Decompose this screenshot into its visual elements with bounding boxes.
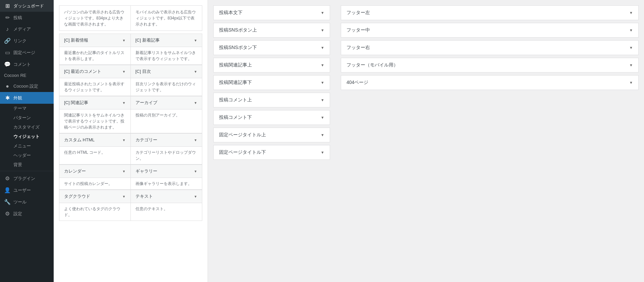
widget-col-right-4: ギャラリー ▼ 画像ギャラリーを表示します。 <box>131 164 203 190</box>
appearance-icon: ✱ <box>4 95 11 101</box>
right-areas-panel: フッター左 ▼ フッター中 ▼ フッター右 ▼ フッター（モバイル用） ▼ 40… <box>335 0 644 282</box>
cocoon-icon: ● <box>4 83 11 89</box>
sidebar-item-fixed-page[interactable]: ▭ 固定ページ <box>0 47 54 58</box>
widget-col-right-0: [C] 新着記事 ▼ 新着記事リストをサムネイルつきで表示するウィジェットです。 <box>131 34 203 65</box>
tool-icon: 🔧 <box>4 199 11 205</box>
fixed-page-icon: ▭ <box>4 49 11 56</box>
widget-row-3: カスタム HTML ▼ 任意の HTML コード。 カテゴリー ▼ カテゴリーリ… <box>59 133 202 164</box>
widget-col-right-3: カテゴリー ▼ カテゴリーリストやドロップダウン。 <box>131 133 203 164</box>
widget-col-left-3: カスタム HTML ▼ 任意の HTML コード。 <box>59 133 131 164</box>
area-post-sns-above[interactable]: 投稿SNSボタン上 ▼ <box>213 23 330 38</box>
sidebar-sub-header[interactable]: ヘッダー <box>0 151 54 160</box>
widget-col-right-1: [C] 目次 ▼ 目次リンクを表示するだけのウィジェットです。 <box>131 65 203 96</box>
widget-row-5: タグクラウド ▼ よく使われているタグのクラウド。 テキスト ▼ 任意のテキスト… <box>59 190 202 221</box>
widget-card-archive[interactable]: アーカイブ ▼ <box>131 96 202 109</box>
widget-card-new-info[interactable]: [C] 新着情報 ▼ <box>59 34 130 47</box>
widget-col-right-2: アーカイブ ▼ 投稿の月別アーカイブ。 <box>131 96 203 133</box>
area-post-body-below[interactable]: 投稿本文下 ▼ <box>213 5 330 20</box>
widget-col-left-4: カレンダー ▼ サイトの投稿カレンダー。 <box>59 164 131 190</box>
widget-col-left-1: [C] 最近のコメント ▼ 最近投稿されたコメントを表示するウィジェットです。 <box>59 65 131 96</box>
sidebar-item-appearance[interactable]: ✱ 外観 <box>0 92 54 104</box>
area-post-related-below[interactable]: 投稿関連記事下 ▼ <box>213 75 330 90</box>
link-icon: 🔗 <box>4 38 11 44</box>
sidebar-sub-widget[interactable]: ウィジェット <box>0 132 54 141</box>
widget-col-left-5: タグクラウド ▼ よく使われているタグのクラウド。 <box>59 190 131 221</box>
widget-card-recent-comments[interactable]: [C] 最近のコメント ▼ <box>59 65 130 78</box>
middle-areas-panel: 投稿本文下 ▼ 投稿SNSボタン上 ▼ 投稿SNSボタン下 ▼ 投稿関連記事上 … <box>208 0 335 282</box>
sidebar-item-dashboard[interactable]: ⊞ ダッシュボード <box>0 0 54 12</box>
sidebar-sub-menu[interactable]: メニュー <box>0 141 54 151</box>
sidebar-item-cocoon-settings[interactable]: ● Cocoon 設定 <box>0 81 54 92</box>
sidebar-item-post[interactable]: ✏ 投稿 <box>0 12 54 23</box>
area-post-comment-below[interactable]: 投稿コメント下 ▼ <box>213 110 330 125</box>
sidebar-item-plugin[interactable]: ⚙ プラグイン <box>0 173 54 184</box>
sidebar-item-link[interactable]: 🔗 リンク <box>0 35 54 47</box>
sidebar-item-tool[interactable]: 🔧 ツール <box>0 196 54 208</box>
user-icon: 👤 <box>4 187 11 193</box>
sidebar-divider-1 <box>0 171 54 171</box>
sidebar-item-media[interactable]: ♪ メディア <box>0 23 54 35</box>
area-fixed-page-title-above[interactable]: 固定ページタイトル上 ▼ <box>213 128 330 142</box>
sidebar-item-comment[interactable]: 💬 コメント <box>0 58 54 70</box>
widget-card-related[interactable]: [C] 関連記事 ▼ <box>59 96 130 109</box>
area-footer-right[interactable]: フッター右 ▼ <box>341 40 639 55</box>
sidebar-sub-pattern[interactable]: パターン <box>0 113 54 123</box>
sidebar-sub-background[interactable]: 背景 <box>0 160 54 170</box>
widget-row-0: [C] 新着情報 ▼ 最近書かれた記事のタイトルリストを表示します。 [C] 新… <box>59 34 202 65</box>
top-desc-left: パソコンのみで表示される広告ウィジェットです。834pxより大きな画面で表示され… <box>59 5 131 31</box>
area-404[interactable]: 404ページ ▼ <box>341 75 639 90</box>
sidebar-sub-customize[interactable]: カスタマイズ <box>0 123 54 132</box>
widget-row-4: カレンダー ▼ サイトの投稿カレンダー。 ギャラリー ▼ 画像ギャラリーを表示し… <box>59 164 202 190</box>
sidebar-sub-theme[interactable]: テーマ <box>0 104 54 113</box>
widget-card-text[interactable]: テキスト ▼ <box>131 190 202 203</box>
sidebar: ⊞ ダッシュボード ✏ 投稿 ♪ メディア 🔗 リンク ▭ 固定ページ 💬 コメ… <box>0 0 54 282</box>
dashboard-icon: ⊞ <box>4 3 11 9</box>
sidebar-item-user[interactable]: 👤 ユーザー <box>0 184 54 196</box>
post-icon: ✏ <box>4 14 11 21</box>
area-fixed-page-title-below[interactable]: 固定ページタイトル下 ▼ <box>213 145 330 160</box>
widgets-panel: パソコンのみで表示される広告ウィジェットです。834pxより大きな画面で表示され… <box>54 0 208 282</box>
area-post-related-above[interactable]: 投稿関連記事上 ▼ <box>213 58 330 73</box>
widget-card-gallery[interactable]: ギャラリー ▼ <box>131 165 202 178</box>
area-post-comment-above[interactable]: 投稿コメント上 ▼ <box>213 93 330 107</box>
widget-card-custom-html[interactable]: カスタム HTML ▼ <box>59 134 130 147</box>
widget-card-toc[interactable]: [C] 目次 ▼ <box>131 65 202 78</box>
widget-card-new-article[interactable]: [C] 新着記事 ▼ <box>131 34 202 47</box>
media-icon: ♪ <box>4 26 11 32</box>
widget-card-tagcloud[interactable]: タグクラウド ▼ <box>59 190 130 203</box>
widget-card-category[interactable]: カテゴリー ▼ <box>131 134 202 147</box>
widget-col-left-2: [C] 関連記事 ▼ 関連記事リストをサムネイルつきで表示するウィジェットです。… <box>59 96 131 133</box>
widget-card-calendar[interactable]: カレンダー ▼ <box>59 165 130 178</box>
sidebar-item-settings[interactable]: ⚙ 設定 <box>0 208 54 220</box>
widget-col-left-0: [C] 新着情報 ▼ 最近書かれた記事のタイトルリストを表示します。 <box>59 34 131 65</box>
area-footer-left[interactable]: フッター左 ▼ <box>341 5 639 20</box>
area-post-sns-below[interactable]: 投稿SNSボタン下 ▼ <box>213 40 330 55</box>
settings-icon: ⚙ <box>4 210 11 217</box>
top-desc-right: モバイルのみで表示される広告ウィジェットです。834px以下で表示されます。 <box>131 5 203 31</box>
cocoon-re-label: Cocoon RE <box>0 70 54 81</box>
plugin-icon: ⚙ <box>4 175 11 182</box>
main-content: パソコンのみで表示される広告ウィジェットです。834pxより大きな画面で表示され… <box>54 0 644 282</box>
area-footer-mobile[interactable]: フッター（モバイル用） ▼ <box>341 58 639 73</box>
widget-row-2: [C] 関連記事 ▼ 関連記事リストをサムネイルつきで表示するウィジェットです。… <box>59 96 202 133</box>
comment-icon: 💬 <box>4 61 11 67</box>
area-footer-center[interactable]: フッター中 ▼ <box>341 23 639 38</box>
widget-row-1: [C] 最近のコメント ▼ 最近投稿されたコメントを表示するウィジェットです。 … <box>59 65 202 96</box>
widget-col-right-5: テキスト ▼ 任意のテキスト。 <box>131 190 203 221</box>
